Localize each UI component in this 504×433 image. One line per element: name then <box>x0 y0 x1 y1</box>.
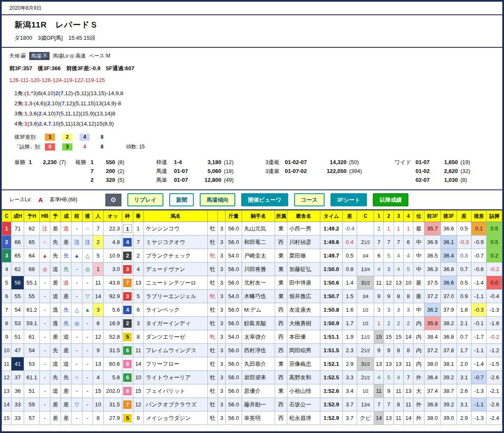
cell-position-type: 内 <box>413 317 424 330</box>
cell-popularity: 14 <box>93 290 103 303</box>
cell-corner-2: 9 <box>384 384 394 398</box>
payout-label: 複勝 <box>75 158 91 167</box>
cell-yo-h: 68 <box>24 263 39 276</box>
table-row[interactable]: 36564▲先先▲△510.922ブランクチェック牝354.0戸崎圭太東栗田徹1… <box>2 249 502 263</box>
cell-mae-mark: - <box>72 411 82 425</box>
track-level-text: 馬場Lv:◎ 高速 <box>53 52 86 60</box>
cell-position-type: 外 <box>413 371 424 384</box>
table-row[interactable]: 46268◎追先-◎13.034デュードヴァン牡356.0川田将雅東加藤征弘1:… <box>2 263 502 276</box>
col-header-30: 後差 <box>471 211 487 222</box>
cell-yo-style: 差 <box>50 276 61 290</box>
track-condition-chip: 馬場:不 <box>29 52 49 60</box>
table-row[interactable]: 114153-追追--1360.6814フリーフロー牡356.0丸田恭介東宗像義… <box>2 357 502 371</box>
cell-age: 3 <box>218 236 226 249</box>
table-row[interactable]: 55655.1-差追--1143.8713ニュートンテソーロ牡356.0北村友一… <box>2 276 502 290</box>
cell-tsume: -2.4 <box>487 411 502 425</box>
cell-time-diff: 3.3 <box>342 371 357 384</box>
cell-odds: 60.6 <box>103 357 122 371</box>
cell-horse-number: 2 <box>133 249 143 263</box>
cell-time-diff: 3.4 <box>342 384 357 398</box>
cell-corner-3: 13 <box>394 357 403 371</box>
cell-sei-h: 51 <box>11 330 24 344</box>
cell-time: 1:52.1 <box>320 357 342 371</box>
cell-margin: 11/2 <box>357 330 374 344</box>
cell-corner-2: 9 <box>384 344 394 357</box>
cell-corner-4: 14 <box>403 330 413 344</box>
cell-corner-1: 7 <box>374 236 384 249</box>
cell-sei-style: 追 <box>61 330 72 344</box>
cell-corner-4: 11 <box>403 398 413 411</box>
table-row[interactable]: 153357-差差--827.959メイショウダジン牡356.0幸英明西松永昌博… <box>2 411 502 425</box>
cell-belong: 西 <box>275 317 287 330</box>
cell-position-type: 外 <box>413 411 424 425</box>
payout-text: 320 <box>99 175 118 184</box>
cell-time: 1:52.6 <box>320 384 342 398</box>
cell-corner-4: 2 <box>403 317 413 330</box>
cell-last3f: 37.9 <box>441 303 457 317</box>
cell-popularity: 2 <box>93 236 103 249</box>
cell-waku: 2 <box>122 317 133 330</box>
replay-button[interactable]: リプレイ <box>127 193 163 206</box>
col-header-13 <box>208 211 218 222</box>
cell-yo-style: 先 <box>50 371 61 384</box>
cell-sei-style: 追 <box>61 357 72 371</box>
table-row[interactable]: 95161-差追--1252.858ダンツエリーゼ牝354.0太宰啓介西本田優1… <box>2 330 502 344</box>
track-trend-button[interactable]: 馬場傾向 <box>200 193 235 206</box>
cell-yo-style: 差 <box>50 222 61 236</box>
table-row[interactable]: 65555-追差-▽1492.935ラブリーエンジェル牝354.0木幡巧也東堀井… <box>2 290 502 303</box>
newspaper-button[interactable]: 新聞 <box>169 193 194 206</box>
cell-sex: 牡 <box>208 276 218 290</box>
cell-horse-number: 9 <box>133 411 143 425</box>
payout-text: 1,030 <box>437 175 460 184</box>
table-row[interactable]: 133651-追差--15202.0815フェイバリット牡356.0原優介東小桧… <box>2 384 502 398</box>
cell-yo-style: 先 <box>50 249 61 263</box>
legend-label: 「詰脚」別: <box>14 143 45 151</box>
col-header-24: 3 <box>394 211 403 222</box>
cell-weight: 54.0 <box>226 330 242 344</box>
cell-sei-style: 差 <box>61 411 72 425</box>
cell-ato-mark: - <box>82 384 93 398</box>
cell-tsume: -1.5 <box>487 357 502 371</box>
cell-tsume: 0.5 <box>487 236 502 249</box>
cell-odds: 5.8 <box>103 371 122 384</box>
cell-margin: 13/4 <box>357 263 374 276</box>
cell-odds: 10.9 <box>103 249 122 263</box>
col-header-25: 4 <box>403 211 413 222</box>
col-header-31: 詰脚 <box>487 211 502 222</box>
table-row[interactable]: 85359.1-逃先◎-616.923タイガーインディ牡356.0鮫島克駿西大橋… <box>2 317 502 330</box>
legend-row: 「詰脚」別:0348頭数: 15 <box>14 142 502 152</box>
cell-popularity: 4 <box>93 371 103 384</box>
cell-sex: 牡 <box>208 263 218 276</box>
legend-label: 後3F差別: <box>14 134 45 141</box>
course-button[interactable]: コース <box>294 193 325 206</box>
gear-icon[interactable]: ⚙ <box>105 194 121 206</box>
cell-sei-h: 65 <box>11 249 24 263</box>
payout-text: 5,060 <box>198 167 224 175</box>
cell-ato-diff: -0.9 <box>471 236 487 249</box>
table-row[interactable]: 123761.1-先先○-45.8610ライトウォーリア牡356.0岩田望来西高… <box>2 371 502 384</box>
cell-popularity: 1 <box>93 263 103 276</box>
cell-3f-diff: 2.6 <box>457 384 471 398</box>
table-row[interactable]: 26665○先差注注24.847ミヤジコクオウ牡356.0和田竜二西川村禎彦1:… <box>2 236 502 249</box>
cell-ato-diff: 0.1 <box>471 222 487 236</box>
payout-text: 1 <box>91 158 99 167</box>
cell-yo-style: 差 <box>50 411 61 425</box>
col-header-7: 後 <box>82 211 93 222</box>
cell-tsume: 0.5 <box>487 222 502 236</box>
cell-margin: 13/4 <box>357 398 374 411</box>
race-title: 新潟11R レパードＳ <box>14 19 502 30</box>
cell-last3f: 38.2 <box>441 317 457 330</box>
3f-sheet-button[interactable]: 3Fシート <box>330 193 367 206</box>
meeting-viewer-button[interactable]: 開催ビューワ <box>241 193 288 206</box>
cell-horse-name: フェイバリット <box>143 384 207 398</box>
table-row[interactable]: 75461.2-逃先△▲35.646ラインベック牡356.0M.デム西友道康夫1… <box>2 303 502 317</box>
after-results-button[interactable]: 以降成績 <box>373 193 408 206</box>
legend-box: 4 <box>80 134 90 141</box>
table-row[interactable]: 17162注差逃-○722.311ケンシンコウ牡356.0丸山元気東小西一男1:… <box>2 222 502 236</box>
cell-corner-3: 4 <box>394 263 403 276</box>
table-row[interactable]: 143359-差差▽-1031.5712バンクオブクラウズ牡356.0藤井勘一西… <box>2 398 502 411</box>
cell-popularity: 7 <box>93 222 103 236</box>
cell-last3f: 39.2 <box>441 398 457 411</box>
col-header-0: C <box>2 211 11 222</box>
table-row[interactable]: 104754-先差--931.5611フレイムウィングス牡356.0西村淳也西岡… <box>2 344 502 357</box>
